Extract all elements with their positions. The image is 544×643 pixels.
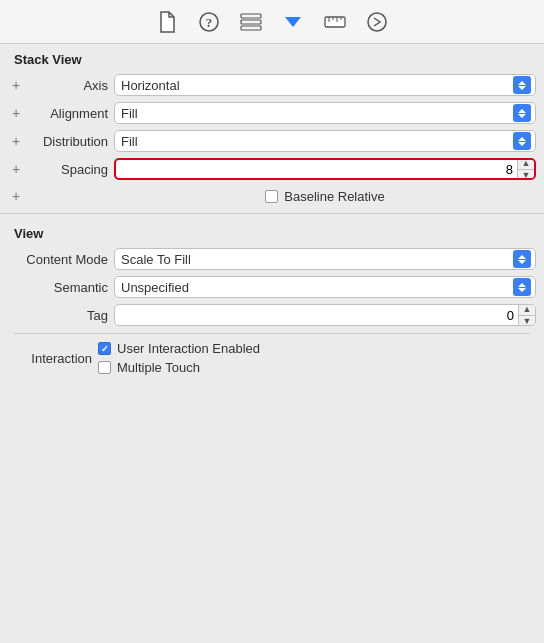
alignment-control: Fill [114,102,536,124]
tag-stepper[interactable]: ▲ ▼ [114,304,536,326]
spacing-control: ▲ ▼ [114,158,536,180]
chevron-up-icon [518,109,526,113]
tag-input[interactable] [115,308,518,323]
axis-select[interactable]: Horizontal [114,74,536,96]
svg-rect-3 [241,20,261,24]
svg-marker-5 [285,17,301,27]
spacing-stepper[interactable]: ▲ ▼ [114,158,536,180]
content-mode-label: Content Mode [24,252,114,267]
distribution-value: Fill [121,134,509,149]
semantic-arrow [513,278,531,296]
distribution-label: Distribution [24,134,114,149]
tag-label: Tag [24,308,114,323]
alignment-label: Alignment [24,106,114,121]
svg-rect-4 [241,26,261,30]
tag-row: + Tag ▲ ▼ [0,301,544,329]
user-interaction-group: User Interaction Enabled [98,341,260,356]
axis-control: Horizontal [114,74,536,96]
axis-label: Axis [24,78,114,93]
baseline-plus[interactable]: + [8,188,24,204]
spacing-stepper-buttons: ▲ ▼ [517,158,534,180]
alignment-plus[interactable]: + [8,105,24,121]
interaction-checkboxes: User Interaction Enabled Multiple Touch [98,341,260,375]
spacing-label: Spacing [24,162,114,177]
view-title: View [14,226,43,241]
interaction-divider [14,333,530,334]
content-mode-row: + Content Mode Scale To Fill [0,245,544,273]
alignment-select[interactable]: Fill [114,102,536,124]
axis-arrow [513,76,531,94]
content-mode-arrow [513,250,531,268]
ruler-icon[interactable] [323,10,347,34]
chevron-down-icon [518,260,526,264]
spacing-plus[interactable]: + [8,161,24,177]
axis-plus[interactable]: + [8,77,24,93]
tag-control: ▲ ▼ [114,304,536,326]
file-icon[interactable] [155,10,179,34]
svg-point-11 [368,13,386,31]
svg-rect-6 [325,17,345,27]
help-icon[interactable]: ? [197,10,221,34]
multiple-touch-group: Multiple Touch [98,360,260,375]
baseline-checkbox[interactable] [265,190,278,203]
content-mode-value: Scale To Fill [121,252,509,267]
spacing-increment[interactable]: ▲ [518,158,534,170]
interaction-label: Interaction [8,351,98,366]
chevron-down-icon [518,114,526,118]
baseline-checkbox-group: Baseline Relative [265,189,384,204]
list-icon[interactable] [239,10,263,34]
baseline-control: Baseline Relative [24,189,536,204]
chevron-up-icon [518,255,526,259]
distribution-plus[interactable]: + [8,133,24,149]
content-mode-control: Scale To Fill [114,248,536,270]
semantic-select[interactable]: Unspecified [114,276,536,298]
svg-rect-2 [241,14,261,18]
alignment-row: + Alignment Fill [0,99,544,127]
user-interaction-checkbox[interactable] [98,342,111,355]
chevron-up-icon [518,137,526,141]
interaction-row: Interaction User Interaction Enabled Mul… [0,338,544,378]
semantic-row: + Semantic Unspecified [0,273,544,301]
tag-decrement[interactable]: ▼ [519,316,535,327]
semantic-label: Semantic [24,280,114,295]
alignment-value: Fill [121,106,509,121]
spacing-row: + Spacing ▲ ▼ [0,155,544,183]
distribution-control: Fill [114,130,536,152]
axis-value: Horizontal [121,78,509,93]
semantic-value: Unspecified [121,280,509,295]
view-header: View [0,218,544,245]
svg-text:?: ? [206,15,213,30]
axis-row: + Axis Horizontal [0,71,544,99]
chevron-down-icon [518,288,526,292]
spacing-input[interactable] [116,162,517,177]
stack-view-section: Stack View + Axis Horizontal + Alignment… [0,44,544,209]
view-section: View + Content Mode Scale To Fill + Sema… [0,218,544,378]
multiple-touch-checkbox[interactable] [98,361,111,374]
semantic-control: Unspecified [114,276,536,298]
distribution-select[interactable]: Fill [114,130,536,152]
stack-view-title: Stack View [14,52,82,67]
distribution-arrow [513,132,531,150]
multiple-touch-text: Multiple Touch [117,360,200,375]
content-mode-select[interactable]: Scale To Fill [114,248,536,270]
chevron-down-icon [518,142,526,146]
alignment-arrow [513,104,531,122]
arrow-right-icon[interactable] [365,10,389,34]
spacing-decrement[interactable]: ▼ [518,170,534,181]
baseline-row: + Baseline Relative [0,183,544,209]
distribution-row: + Distribution Fill [0,127,544,155]
baseline-text: Baseline Relative [284,189,384,204]
chevron-up-icon [518,81,526,85]
user-interaction-text: User Interaction Enabled [117,341,260,356]
stack-view-header: Stack View [0,44,544,71]
section-divider [0,213,544,214]
inspector-icon[interactable] [281,10,305,34]
tag-stepper-buttons: ▲ ▼ [518,304,535,326]
tag-increment[interactable]: ▲ [519,304,535,316]
chevron-up-icon [518,283,526,287]
chevron-down-icon [518,86,526,90]
toolbar: ? [0,0,544,44]
